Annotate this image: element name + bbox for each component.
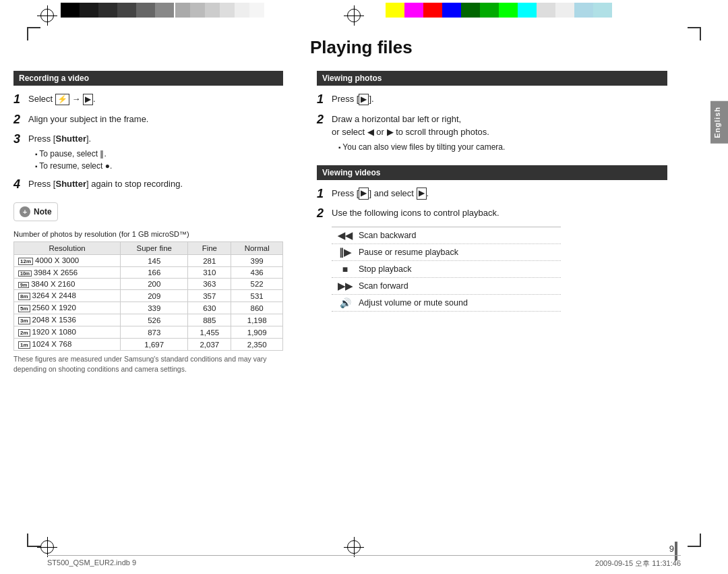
table-row: 12m4000 X 3000 145281399 — [14, 255, 283, 267]
step-4-content: Press [Shutter] again to stop recording. — [28, 177, 283, 191]
camera-icon: ⚡ — [55, 94, 69, 106]
gray-bar-5 — [235, 3, 249, 18]
col-resolution: Resolution — [14, 242, 121, 255]
stop-icon: ■ — [332, 264, 359, 275]
icon-row-pause-resume: ‖▶ Pause or resume playback — [332, 244, 561, 261]
arrow-symbol: → — [71, 94, 83, 104]
volume-icon: 🔊 — [332, 297, 359, 308]
gray-bar-1 — [175, 3, 190, 18]
table-row: 5m2560 X 1920 339630860 — [14, 302, 283, 314]
note-circle: + — [20, 206, 30, 217]
scan-backward-label: Scan backward — [359, 231, 561, 240]
resolution-table-section: Number of photos by resolution (for 1 GB… — [13, 229, 283, 374]
icons-control-table: ◀◀ Scan backward ‖▶ Pause or resume play… — [332, 227, 561, 312]
video-step-2-content: Use the following icons to control playb… — [332, 206, 667, 220]
gray-bar-4 — [220, 3, 235, 18]
step-3-number: 3 — [13, 132, 28, 147]
page-number: 9 — [669, 544, 674, 554]
note-box: + Note — [13, 202, 58, 221]
step-3-content: Press [Shutter]. To pause, select ‖. To … — [28, 132, 283, 172]
pause-resume-label: Pause or resume playback — [359, 248, 561, 257]
step-2-content: Align your subject in the frame. — [28, 113, 283, 126]
black-bar-6 — [155, 3, 174, 18]
icon-row-volume: 🔊 Adjust volume or mute sound — [332, 295, 561, 312]
photo-step-2: 2 Draw a horizontal bar left or right, o… — [317, 113, 667, 153]
icon-row-scan-backward: ◀◀ Scan backward — [332, 227, 561, 244]
photo-step-1-content: Press [▶]. — [332, 92, 667, 106]
step-2-number: 2 — [13, 113, 28, 127]
table-row: 1m1024 X 768 1,6972,0372,350 — [14, 339, 283, 351]
stop-label: Stop playback — [359, 264, 561, 274]
corner-bl — [27, 534, 40, 547]
dark-green-bar — [461, 3, 480, 18]
photo-step-2-bullets: You can also view files by tilting your … — [332, 141, 667, 153]
black-bar-1 — [61, 3, 80, 18]
volume-label: Adjust volume or mute sound — [359, 298, 561, 308]
step-4-number: 4 — [13, 177, 28, 192]
step-1: 1 Select ⚡ → ▶. — [13, 92, 283, 107]
color-bars-right — [386, 3, 612, 18]
photo-step-2-content: Draw a horizontal bar left or right, or … — [332, 113, 667, 153]
video-step-1-number: 1 — [317, 187, 332, 202]
cyan-bar — [518, 3, 537, 18]
table-row: 2m1920 X 1080 8731,4551,909 — [14, 326, 283, 339]
step-2: 2 Align your subject in the frame. — [13, 113, 283, 127]
light-gray-bar — [537, 3, 555, 18]
viewing-videos-section: Viewing videos 1 Press [▶] and select ▶.… — [317, 165, 667, 312]
green-bar — [480, 3, 499, 18]
step-3: 3 Press [Shutter]. To pause, select ‖. T… — [13, 132, 283, 172]
viewing-photos-section: Viewing photos 1 Press [▶]. 2 Draw a hor… — [317, 71, 667, 153]
resolution-table: Resolution Super fine Fine Normal 12m400… — [13, 241, 283, 351]
video-icon: ▶ — [83, 94, 93, 106]
scan-backward-icon: ◀◀ — [332, 230, 359, 241]
viewing-videos-header: Viewing videos — [317, 165, 667, 180]
powder-blue-bar — [593, 3, 612, 18]
reg-mark-bottom-center — [344, 537, 364, 557]
footer: ST500_QSM_EUR2.indb 9 2009-09-15 오후 11:3… — [47, 555, 681, 569]
table-row: 9m3840 X 2160 200363522 — [14, 279, 283, 290]
gray-bar-6 — [249, 3, 264, 18]
icon-row-stop: ■ Stop playback — [332, 261, 561, 278]
footer-right: 2009-09-15 오후 11:31:46 — [595, 558, 681, 569]
step-3-bullet-1: To pause, select ‖. — [35, 148, 283, 160]
black-bar-5 — [136, 3, 155, 18]
icon-row-scan-forward: ▶▶ Scan forward — [332, 278, 561, 295]
table-note: These figures are measured under Samsung… — [13, 354, 283, 374]
photo-bullet-1: You can also view files by tilting your … — [338, 141, 667, 153]
black-bar-4 — [117, 3, 136, 18]
step-1-content: Select ⚡ → ▶. — [28, 92, 283, 106]
corner-tl — [27, 27, 40, 40]
play-btn-icon2: ▶ — [359, 188, 369, 200]
corner-br — [688, 534, 701, 547]
step-4: 4 Press [Shutter] again to stop recordin… — [13, 177, 283, 192]
gray-bars — [175, 3, 264, 18]
reg-mark-top-left — [37, 5, 57, 26]
black-bar-3 — [98, 3, 117, 18]
play-btn-icon: ▶ — [359, 94, 369, 106]
note-label: Note — [34, 207, 52, 217]
table-row: 10m3984 X 2656 166310436 — [14, 267, 283, 279]
light-blue-bar — [574, 3, 593, 18]
lighter-gray-bar — [555, 3, 574, 18]
col-normal: Normal — [231, 242, 283, 255]
color-bars — [0, 0, 728, 20]
black-bars — [61, 3, 174, 18]
blue-bar — [442, 3, 461, 18]
recording-header: Recording a video — [13, 71, 283, 86]
step-1-number: 1 — [13, 92, 28, 107]
red-bar — [423, 3, 442, 18]
video-step-1: 1 Press [▶] and select ▶. — [317, 187, 667, 202]
col-fine: Fine — [188, 242, 231, 255]
corner-tr — [688, 27, 701, 40]
table-row: 3m2048 X 1536 5268851,198 — [14, 314, 283, 326]
magenta-bar — [404, 3, 423, 18]
page-title: Playing files — [310, 37, 413, 58]
black-bar-2 — [80, 3, 98, 18]
col-superfine: Super fine — [121, 242, 188, 255]
pause-resume-icon: ‖▶ — [332, 247, 359, 258]
scan-forward-icon: ▶▶ — [332, 281, 359, 291]
video-step-2: 2 Use the following icons to control pla… — [317, 206, 667, 221]
footer-left: ST500_QSM_EUR2.indb 9 — [47, 558, 136, 569]
step-3-bullet-2: To resume, select ●. — [35, 160, 283, 172]
english-tab: English — [710, 101, 728, 144]
